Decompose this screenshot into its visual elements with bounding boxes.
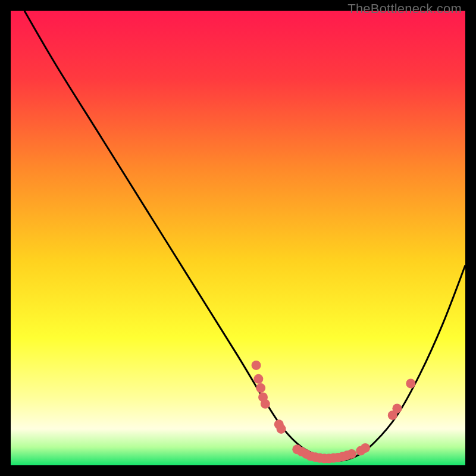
data-point (252, 361, 261, 370)
data-point (253, 374, 263, 384)
data-point (347, 449, 356, 459)
chart-svg (11, 11, 465, 465)
data-point (261, 399, 270, 409)
data-point (277, 424, 286, 434)
watermark-text: TheBottleneck.com (347, 1, 462, 17)
data-point (392, 404, 402, 414)
data-point (406, 378, 415, 388)
data-point (256, 383, 265, 393)
data-point (361, 443, 370, 453)
chart-frame (11, 11, 465, 465)
gradient-background (11, 11, 465, 465)
